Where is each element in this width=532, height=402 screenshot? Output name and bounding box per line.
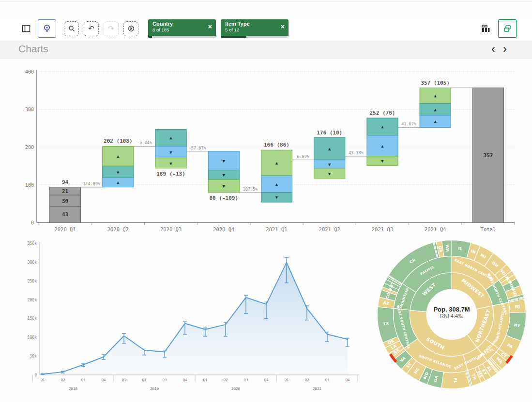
svg-text:Q1: Q1 xyxy=(122,378,126,382)
svg-text:30: 30 xyxy=(62,198,68,204)
svg-text:107.5%: 107.5% xyxy=(243,187,258,192)
svg-text:▲: ▲ xyxy=(169,135,172,140)
svg-text:202 (108): 202 (108) xyxy=(104,138,133,144)
svg-text:IL: IL xyxy=(458,246,463,251)
svg-text:2020: 2020 xyxy=(231,387,241,391)
svg-text:▲: ▲ xyxy=(434,119,437,124)
selection-field-name: Country xyxy=(152,21,203,27)
lightbulb-icon xyxy=(42,24,52,33)
selection-chip-body[interactable]: Item Type 5 of 12 × xyxy=(221,19,289,36)
svg-text:TX: TX xyxy=(383,321,390,327)
svg-text:▼: ▼ xyxy=(328,162,331,167)
close-icon[interactable]: × xyxy=(208,23,212,30)
svg-text:300k: 300k xyxy=(28,260,37,265)
svg-text:189 (-13): 189 (-13) xyxy=(156,171,185,177)
toolbar-right-group xyxy=(477,16,517,41)
svg-text:200k: 200k xyxy=(28,298,37,302)
clear-selections-button[interactable] xyxy=(123,21,138,36)
smart-search-button[interactable] xyxy=(64,21,79,36)
selection-ratio-fill xyxy=(221,36,246,38)
svg-text:41.67%: 41.67% xyxy=(401,121,416,126)
svg-text:▲: ▲ xyxy=(117,180,120,185)
svg-text:2021: 2021 xyxy=(313,387,321,391)
svg-text:Q4: Q4 xyxy=(182,378,187,382)
selection-ratio-fill xyxy=(148,36,152,38)
selection-count: 5 of 12 xyxy=(225,27,276,33)
svg-text:300: 300 xyxy=(25,107,34,112)
window-top-border xyxy=(0,1,532,1)
clear-selections-icon xyxy=(128,25,135,32)
svg-text:2021 Q3: 2021 Q3 xyxy=(372,226,393,232)
selection-ratio-bar xyxy=(148,36,216,38)
svg-text:2021 Q4: 2021 Q4 xyxy=(425,226,446,232)
duplicate-view-button[interactable] xyxy=(498,19,517,38)
svg-text:357 (105): 357 (105) xyxy=(421,80,450,86)
undo-icon: ↶ xyxy=(88,24,94,33)
selection-chip-country[interactable]: Country 8 of 185 × xyxy=(148,19,216,38)
selection-count: 8 of 185 xyxy=(152,27,203,33)
svg-text:▲: ▲ xyxy=(117,169,120,174)
selections-back-button[interactable]: ↶ xyxy=(84,21,99,36)
svg-text:Q1: Q1 xyxy=(203,378,207,382)
svg-text:Q4: Q4 xyxy=(345,378,350,382)
svg-text:▼: ▼ xyxy=(381,159,384,164)
selection-chip-item-type[interactable]: Item Type 5 of 12 × xyxy=(221,19,289,38)
svg-text:176 (10): 176 (10) xyxy=(317,130,342,136)
panel-icon xyxy=(22,25,30,32)
svg-text:Q4: Q4 xyxy=(101,378,106,382)
toolbar: ↶ ↷ Country 8 of 185 × xyxy=(0,16,532,41)
svg-text:94: 94 xyxy=(62,179,69,185)
next-sheet-button[interactable]: › xyxy=(503,42,507,56)
redo-icon: ↷ xyxy=(108,24,114,33)
svg-text:2021 Q2: 2021 Q2 xyxy=(319,226,340,232)
svg-text:▼: ▼ xyxy=(223,159,226,164)
svg-text:200: 200 xyxy=(25,145,34,150)
page-title: Charts xyxy=(18,43,48,55)
svg-text:▲: ▲ xyxy=(434,107,437,112)
svg-text:Q3: Q3 xyxy=(162,378,167,382)
svg-text:-57.67%: -57.67% xyxy=(189,146,206,150)
insight-advisor-button[interactable] xyxy=(38,19,56,38)
svg-text:▲: ▲ xyxy=(275,182,278,187)
search-icon xyxy=(68,25,75,32)
svg-text:21: 21 xyxy=(62,188,69,194)
sheet-grid-icon xyxy=(481,25,490,32)
toolbar-left-group: ↶ ↷ Country 8 of 185 × xyxy=(0,19,289,38)
svg-text:▼: ▼ xyxy=(275,195,278,200)
svg-text:6.02%: 6.02% xyxy=(297,154,309,159)
svg-text:100: 100 xyxy=(25,182,34,188)
close-icon[interactable]: × xyxy=(281,23,285,30)
svg-text:Q3: Q3 xyxy=(243,378,248,382)
selections-forward-button[interactable]: ↷ xyxy=(104,21,119,36)
selection-chip-body[interactable]: Country 8 of 185 × xyxy=(148,19,216,36)
svg-text:FL: FL xyxy=(453,378,457,384)
svg-text:Q4: Q4 xyxy=(264,378,269,382)
svg-text:0: 0 xyxy=(31,220,34,225)
svg-text:NJ: NJ xyxy=(515,304,520,309)
svg-text:-6.44%: -6.44% xyxy=(137,140,152,145)
svg-text:Q1: Q1 xyxy=(40,378,45,382)
line-chart[interactable]: 050k100k150k200k250k300k350kQ1Q2Q3Q4Q1Q2… xyxy=(15,238,364,398)
sheet-list-button[interactable] xyxy=(477,20,494,37)
waterfall-chart[interactable]: 0100200300400114.89%-6.44%-57.67%107.5%6… xyxy=(14,67,518,236)
svg-text:▼: ▼ xyxy=(223,184,226,189)
svg-text:2020 Q1: 2020 Q1 xyxy=(54,226,76,232)
svg-text:50k: 50k xyxy=(30,354,37,358)
svg-text:252 (76): 252 (76) xyxy=(369,110,395,116)
previous-sheet-button[interactable]: ‹ xyxy=(491,42,495,56)
assets-panel-toggle-button[interactable] xyxy=(17,20,35,37)
svg-text:2021 Q1: 2021 Q1 xyxy=(266,226,287,232)
svg-text:0: 0 xyxy=(34,373,37,377)
svg-text:114.89%: 114.89% xyxy=(83,181,100,186)
svg-text:▲: ▲ xyxy=(117,154,120,159)
svg-text:166 (86): 166 (86) xyxy=(264,142,289,148)
svg-text:43.18%: 43.18% xyxy=(349,150,364,155)
svg-text:▼: ▼ xyxy=(169,161,172,166)
svg-text:Q2: Q2 xyxy=(223,378,228,382)
svg-text:WA: WA xyxy=(445,244,450,252)
svg-text:357: 357 xyxy=(483,152,493,159)
sunburst-chart[interactable]: MIDWESTEAST NORTH CENTRALILINMIOHWIWEST … xyxy=(375,239,528,390)
svg-text:2020 Q3: 2020 Q3 xyxy=(160,226,182,232)
svg-text:▼: ▼ xyxy=(223,173,226,178)
current-selections: Country 8 of 185 × Item Type 5 of 12 × xyxy=(148,19,289,38)
